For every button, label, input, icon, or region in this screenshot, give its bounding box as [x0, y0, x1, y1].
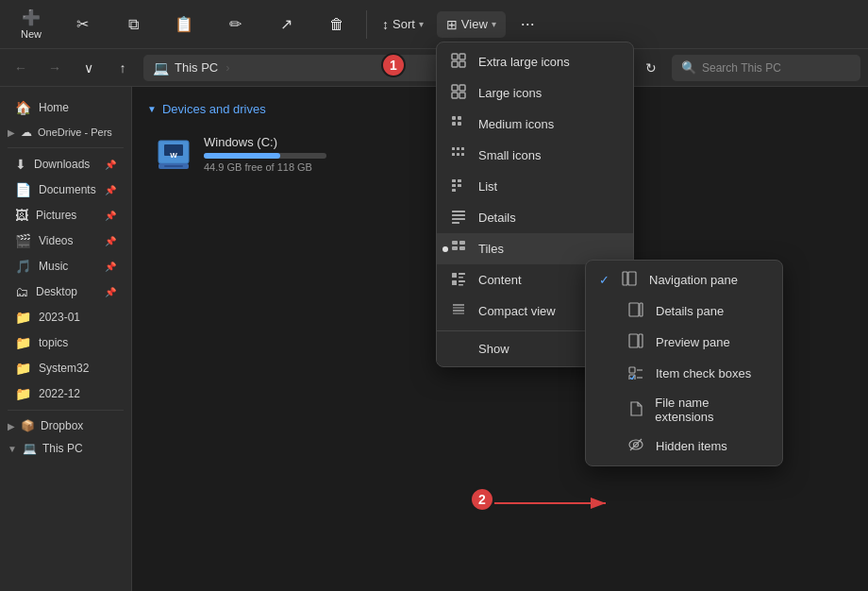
svg-text:W: W [170, 151, 177, 160]
svg-rect-23 [452, 179, 456, 182]
svg-rect-24 [452, 184, 456, 187]
drive-item-c[interactable]: W Windows (C:) 44.9 GB free of 118 GB [147, 127, 355, 180]
new-button[interactable]: ➕ New [8, 5, 55, 44]
drive-bar-fill [204, 153, 280, 159]
expand-button[interactable]: ∨ [75, 55, 102, 81]
sidebar-item-music[interactable]: 🎵 Music 📌 [4, 254, 127, 279]
sidebar-label-pictures: Pictures [36, 209, 76, 222]
more-button[interactable]: ··· [513, 8, 542, 40]
hidden-items-icon [627, 437, 644, 455]
menu-item-large-icons[interactable]: Large icons [437, 77, 633, 109]
submenu-item-preview-pane[interactable]: Preview pane [586, 327, 782, 358]
sidebar-item-2022[interactable]: 📁 2022-12 [4, 381, 127, 406]
svg-rect-3 [164, 165, 183, 167]
paste-button[interactable]: 📋 [160, 5, 208, 44]
badge-2-label: 2 [478, 492, 486, 507]
sidebar-item-downloads[interactable]: ⬇ Downloads 📌 [4, 152, 127, 177]
path-icon: 💻 [153, 60, 169, 76]
cut-button[interactable]: ✂ [58, 5, 106, 44]
onedrive-expand-icon: ▶ [8, 127, 15, 138]
menu-item-medium-icons[interactable]: Medium icons [437, 109, 633, 140]
menu-item-small-icons[interactable]: Small icons [437, 140, 633, 171]
sidebar-divider-1 [8, 147, 124, 148]
menu-item-list[interactable]: List [437, 171, 633, 202]
delete-button[interactable]: 🗑 [313, 5, 360, 44]
submenu-label-file-name-extensions: File name extensions [655, 396, 769, 424]
sidebar-item-onedrive[interactable]: ▶ ☁ OneDrive - Pers [0, 121, 131, 144]
svg-rect-28 [452, 211, 465, 212]
sidebar-label-thispc: This PC [42, 442, 83, 455]
up-button[interactable]: ↑ [109, 55, 136, 81]
svg-rect-21 [457, 153, 459, 156]
drive-icon: W [155, 135, 192, 173]
section-title-text: Devices and drives [162, 102, 266, 116]
paste-icon: 📋 [175, 15, 193, 33]
badge-1: 1 [381, 53, 406, 77]
svg-rect-46 [623, 272, 627, 285]
sidebar-item-topics[interactable]: 📁 topics [4, 330, 127, 355]
address-path: This PC [175, 60, 218, 75]
svg-rect-38 [459, 277, 463, 279]
svg-rect-34 [452, 246, 458, 250]
sidebar-item-system32[interactable]: 📁 System32 [4, 356, 127, 380]
separator [366, 10, 367, 39]
sidebar-item-home[interactable]: 🏠 Home [4, 95, 127, 120]
submenu-label-hidden-items: Hidden items [656, 439, 727, 453]
sidebar-item-documents[interactable]: 📄 Documents 📌 [4, 177, 127, 202]
share-icon: ↗ [280, 15, 292, 33]
section-expand-icon: ▼ [147, 104, 157, 114]
menu-label-large-icons: Large icons [478, 86, 542, 100]
delete-icon: 🗑 [329, 16, 344, 33]
svg-rect-13 [452, 116, 456, 120]
svg-rect-12 [459, 93, 465, 98]
sidebar-item-2023[interactable]: 📁 2023-01 [4, 305, 127, 329]
folder-topics-icon: 📁 [15, 335, 31, 350]
menu-item-details[interactable]: Details [437, 202, 633, 233]
pictures-pin-icon: 📌 [105, 211, 116, 221]
dropbox-icon: 📦 [21, 419, 35, 432]
share-button[interactable]: ↗ [262, 5, 309, 44]
submenu-label-preview-pane: Preview pane [656, 335, 730, 349]
svg-rect-8 [459, 61, 465, 67]
svg-rect-40 [459, 280, 465, 282]
sidebar-label-documents: Documents [39, 183, 96, 196]
details-pane-icon [627, 302, 644, 320]
refresh-button[interactable]: ↻ [638, 55, 664, 81]
submenu-item-details-pane[interactable]: Details pane [586, 296, 782, 327]
forward-icon: → [48, 60, 61, 76]
sidebar-label-topics: topics [39, 336, 68, 349]
sidebar-item-videos[interactable]: 🎬 Videos 📌 [4, 228, 127, 253]
view-button[interactable]: ⊞ View ▾ [437, 11, 506, 38]
search-box[interactable]: 🔍 Search This PC [672, 55, 860, 81]
menu-label-details: Details [478, 211, 516, 225]
menu-item-extra-large-icons[interactable]: Extra large icons [437, 46, 633, 77]
sidebar-label-music: Music [39, 260, 68, 273]
new-icon: ➕ [22, 8, 41, 26]
folder-2023-icon: 📁 [15, 310, 31, 325]
music-pin-icon: 📌 [105, 262, 116, 272]
sidebar-label-onedrive: OneDrive - Pers [38, 127, 112, 138]
submenu-item-item-check-boxes[interactable]: Item check boxes [586, 358, 782, 389]
forward-button[interactable]: → [42, 55, 68, 81]
submenu-item-navigation-pane[interactable]: ✓ Navigation pane [586, 264, 782, 296]
tiles-active-dot [442, 246, 448, 252]
sidebar-item-thispc[interactable]: ▼ 💻 This PC [0, 437, 131, 460]
sidebar-item-pictures[interactable]: 🖼 Pictures 📌 [4, 203, 127, 228]
submenu-item-file-name-extensions[interactable]: File name extensions [586, 389, 782, 431]
sort-button[interactable]: ↕ Sort ▾ [373, 11, 433, 38]
badge-2: 2 [470, 487, 494, 512]
up-icon: ↑ [120, 60, 126, 76]
submenu-label-navigation-pane: Navigation pane [649, 273, 738, 287]
sidebar-item-dropbox[interactable]: ▶ 📦 Dropbox [0, 414, 131, 437]
svg-rect-19 [461, 147, 464, 150]
copy-button[interactable]: ⧉ [109, 5, 157, 44]
svg-rect-17 [452, 147, 455, 150]
small-icons-icon [450, 146, 467, 164]
rename-button[interactable]: ✏ [211, 5, 259, 44]
menu-label-small-icons: Small icons [478, 148, 541, 162]
menu-label-tiles: Tiles [478, 242, 504, 256]
menu-label-extra-large-icons: Extra large icons [478, 55, 570, 69]
submenu-item-hidden-items[interactable]: Hidden items [586, 431, 782, 462]
back-button[interactable]: ← [8, 55, 34, 81]
sidebar-item-desktop[interactable]: 🗂 Desktop 📌 [4, 279, 127, 304]
